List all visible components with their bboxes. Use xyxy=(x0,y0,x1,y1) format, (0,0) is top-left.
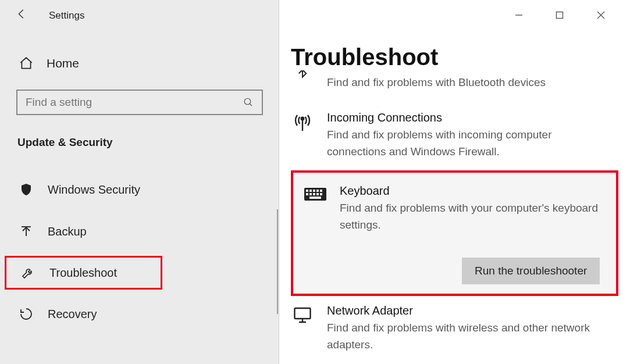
troubleshooter-bluetooth-partial[interactable]: Find and fix problems with Bluetooth dev… xyxy=(291,70,546,94)
troubleshooter-incoming[interactable]: Incoming Connections Find and fix proble… xyxy=(291,102,623,167)
svg-rect-10 xyxy=(309,193,312,195)
ts-desc: Find and fix problems with incoming comp… xyxy=(327,127,594,160)
home-icon xyxy=(19,56,34,71)
main-pane: Troubleshoot Find and fix problems with … xyxy=(279,0,623,364)
home-link[interactable]: Home xyxy=(0,48,279,79)
troubleshooter-keyboard[interactable]: Keyboard Find and fix problems with your… xyxy=(304,183,606,233)
svg-point-2 xyxy=(301,117,304,120)
nav-label: Backup xyxy=(48,225,87,238)
sidebar-item-windows-security[interactable]: Windows Security xyxy=(0,172,279,207)
sidebar-item-troubleshoot[interactable]: Troubleshoot xyxy=(5,256,162,290)
maximize-icon[interactable] xyxy=(556,11,564,22)
troubleshooter-network[interactable]: Network Adapter Find and fix problems wi… xyxy=(291,299,623,360)
nav-label: Recovery xyxy=(48,308,97,321)
svg-rect-15 xyxy=(295,308,311,319)
home-label: Home xyxy=(47,56,79,70)
ts-title: Keyboard xyxy=(340,183,606,199)
ts-title xyxy=(327,70,546,73)
ts-desc: Find and fix problems with your computer… xyxy=(340,200,606,233)
sidebar: Settings Home Update & Security Windows … xyxy=(0,0,279,364)
ts-desc: Find and fix problems with Bluetooth dev… xyxy=(327,74,546,91)
topbar: Settings xyxy=(0,0,279,31)
ts-title: Network Adapter xyxy=(327,303,594,319)
section-header: Update & Security xyxy=(17,136,279,149)
search-input[interactable] xyxy=(26,96,243,109)
ts-title: Incoming Connections xyxy=(327,110,594,126)
troubleshooter-keyboard-card: Keyboard Find and fix problems with your… xyxy=(291,170,618,296)
network-adapter-icon xyxy=(291,304,314,326)
back-arrow-icon[interactable] xyxy=(15,8,28,24)
ts-desc: Find and fix problems with wireless and … xyxy=(327,320,594,353)
nav-list: Windows Security Backup Troubleshoot Rec… xyxy=(0,172,279,331)
recovery-icon xyxy=(19,306,34,322)
svg-rect-1 xyxy=(557,12,563,19)
page-title: Troubleshoot xyxy=(291,44,623,70)
svg-rect-11 xyxy=(313,193,315,195)
svg-rect-9 xyxy=(306,193,308,195)
svg-rect-6 xyxy=(313,190,315,192)
window-controls xyxy=(515,10,606,22)
sidebar-item-recovery[interactable]: Recovery xyxy=(0,297,279,331)
close-icon[interactable] xyxy=(596,10,606,22)
svg-rect-7 xyxy=(316,190,319,192)
wrench-icon xyxy=(20,265,35,280)
sidebar-item-backup[interactable]: Backup xyxy=(0,214,279,249)
minimize-icon[interactable] xyxy=(515,11,523,22)
bluetooth-icon xyxy=(291,70,314,81)
nav-label: Troubleshoot xyxy=(49,266,117,280)
svg-rect-12 xyxy=(316,193,319,195)
nav-label: Windows Security xyxy=(48,183,140,197)
svg-rect-5 xyxy=(309,190,312,192)
svg-point-0 xyxy=(244,98,251,105)
svg-rect-13 xyxy=(320,193,322,195)
app-title: Settings xyxy=(49,10,84,22)
svg-rect-8 xyxy=(320,190,322,192)
svg-rect-14 xyxy=(309,197,321,199)
search-icon xyxy=(243,97,254,108)
shield-icon xyxy=(19,182,34,197)
antenna-icon xyxy=(291,111,314,133)
run-troubleshooter-button[interactable]: Run the troubleshooter xyxy=(462,258,600,284)
scrollbar[interactable] xyxy=(277,209,278,314)
backup-icon xyxy=(19,224,34,239)
svg-rect-4 xyxy=(306,190,308,192)
search-box[interactable] xyxy=(16,90,263,115)
keyboard-icon xyxy=(304,184,327,206)
